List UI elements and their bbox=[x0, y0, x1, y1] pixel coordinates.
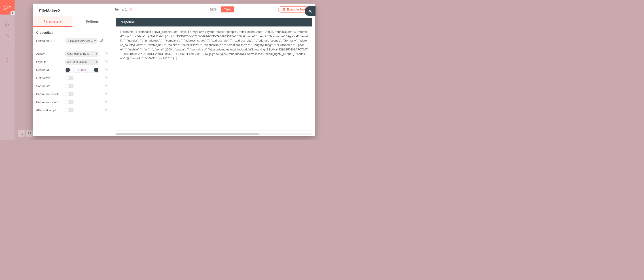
before-find-toggle[interactable] bbox=[64, 92, 74, 96]
svg-point-7 bbox=[6, 46, 6, 47]
zoom-in-icon bbox=[20, 132, 23, 135]
before-find-options[interactable] bbox=[105, 92, 109, 96]
svg-point-28 bbox=[107, 70, 108, 71]
svg-point-6 bbox=[6, 34, 8, 36]
sidebar bbox=[0, 0, 14, 140]
gear-icon bbox=[105, 92, 109, 96]
key-icon bbox=[5, 34, 10, 38]
sidebar-item-credentials[interactable] bbox=[4, 33, 10, 39]
credentials-value: FileMaker API Cre ... bbox=[68, 39, 93, 42]
layout-options[interactable] bbox=[105, 60, 109, 64]
svg-point-13 bbox=[7, 61, 8, 62]
gear-icon bbox=[105, 84, 109, 88]
sort-data-options[interactable] bbox=[105, 84, 109, 88]
svg-point-1 bbox=[4, 8, 5, 9]
gear-icon bbox=[105, 108, 109, 112]
response-body[interactable]: { "dataInfo": { "database": "1MT_sampleD… bbox=[116, 26, 312, 131]
zoom-in-button[interactable] bbox=[18, 130, 24, 137]
layout-label: Layout: bbox=[36, 60, 64, 64]
increment-button[interactable]: + bbox=[94, 68, 98, 72]
svg-point-26 bbox=[107, 62, 108, 63]
view-json-button[interactable]: JSON bbox=[206, 6, 221, 12]
svg-rect-3 bbox=[7, 22, 8, 23]
app-logo[interactable] bbox=[0, 0, 14, 14]
sidebar-toggle[interactable] bbox=[10, 11, 14, 15]
action-value: Get Records By Id bbox=[67, 52, 89, 55]
action-label: Action: bbox=[36, 52, 64, 56]
svg-point-27 bbox=[106, 69, 107, 70]
tab-settings[interactable]: Settings bbox=[72, 16, 112, 27]
sort-data-toggle[interactable] bbox=[64, 84, 74, 88]
svg-point-23 bbox=[106, 52, 107, 54]
output-panel: Items: 1 ! JSON Table Execute Node respo… bbox=[112, 3, 315, 136]
get-portals-options[interactable] bbox=[105, 76, 109, 80]
after-sort-toggle[interactable] bbox=[64, 108, 74, 112]
gear-icon bbox=[105, 100, 109, 104]
svg-line-19 bbox=[30, 134, 32, 135]
info-badge[interactable]: ! bbox=[128, 8, 132, 11]
sidebar-item-executions[interactable] bbox=[4, 45, 10, 51]
scrollbar-thumb[interactable] bbox=[116, 133, 259, 135]
svg-point-29 bbox=[106, 77, 107, 78]
response-area: response { "dataInfo": { "database": "1M… bbox=[116, 18, 312, 131]
chevron-down-icon: ▾ bbox=[96, 60, 97, 63]
layout-select[interactable]: My Form Layout ▾ bbox=[64, 59, 99, 65]
after-sort-options[interactable] bbox=[105, 108, 109, 112]
logo-icon bbox=[3, 4, 11, 10]
node-editor-modal: FileMaker2 Parameters Settings Credentia… bbox=[33, 3, 315, 136]
action-select[interactable]: Get Records By Id ▾ bbox=[64, 51, 99, 57]
svg-point-35 bbox=[106, 101, 107, 102]
get-portals-toggle[interactable] bbox=[64, 76, 74, 80]
gear-icon bbox=[105, 76, 109, 80]
svg-line-15 bbox=[22, 134, 23, 135]
node-title: FileMaker2 bbox=[33, 3, 112, 16]
get-portals-label: Get portals: bbox=[36, 76, 64, 80]
credentials-select[interactable]: FileMaker API Cre ... ▾ bbox=[65, 38, 98, 44]
panel-tabs: Parameters Settings bbox=[33, 16, 112, 27]
action-options[interactable] bbox=[105, 52, 109, 56]
close-icon bbox=[308, 9, 312, 13]
close-button[interactable] bbox=[305, 6, 316, 16]
zoom-out-icon bbox=[28, 132, 32, 135]
svg-rect-5 bbox=[8, 24, 9, 26]
svg-point-25 bbox=[106, 60, 107, 62]
before-sort-label: Before sort script: bbox=[36, 100, 64, 104]
gear-icon bbox=[105, 60, 109, 64]
chevron-down-icon: ▾ bbox=[96, 52, 97, 55]
svg-point-37 bbox=[106, 109, 107, 110]
svg-rect-4 bbox=[5, 24, 7, 26]
zoom-out-button[interactable] bbox=[26, 130, 33, 137]
sidebar-item-workflows[interactable] bbox=[4, 21, 10, 26]
svg-point-32 bbox=[107, 86, 108, 87]
chevron-right-icon bbox=[10, 10, 14, 16]
svg-point-11 bbox=[6, 49, 6, 49]
play-icon bbox=[282, 8, 286, 11]
record-id-label: Record Id: bbox=[36, 68, 64, 72]
list-icon bbox=[5, 46, 10, 50]
workflow-icon bbox=[5, 22, 10, 26]
svg-point-34 bbox=[107, 94, 108, 95]
record-id-value[interactable]: 25079 bbox=[70, 68, 94, 72]
before-sort-toggle[interactable] bbox=[64, 100, 74, 104]
view-table-button[interactable]: Table bbox=[221, 6, 234, 12]
svg-point-36 bbox=[107, 102, 108, 103]
credentials-heading: Credentials bbox=[36, 31, 109, 35]
decrement-button[interactable]: − bbox=[66, 68, 70, 72]
help-icon bbox=[6, 58, 9, 62]
edit-credentials-button[interactable] bbox=[100, 39, 103, 43]
svg-point-24 bbox=[107, 54, 108, 55]
zoom-controls bbox=[18, 130, 33, 137]
tab-parameters[interactable]: Parameters bbox=[33, 16, 72, 27]
credentials-label: FileMaker API: bbox=[36, 39, 65, 43]
record-id-stepper[interactable]: − 25079 + bbox=[64, 67, 99, 73]
gear-icon bbox=[105, 68, 109, 72]
before-find-label: Before find script: bbox=[36, 92, 64, 96]
pencil-icon bbox=[100, 39, 103, 42]
svg-point-33 bbox=[106, 93, 107, 94]
before-sort-options[interactable] bbox=[105, 100, 109, 104]
parameters-panel: FileMaker2 Parameters Settings Credentia… bbox=[33, 3, 112, 136]
sidebar-item-help[interactable] bbox=[4, 57, 10, 63]
horizontal-scrollbar[interactable] bbox=[116, 133, 312, 135]
record-id-options[interactable] bbox=[105, 68, 109, 72]
svg-point-9 bbox=[6, 48, 6, 48]
